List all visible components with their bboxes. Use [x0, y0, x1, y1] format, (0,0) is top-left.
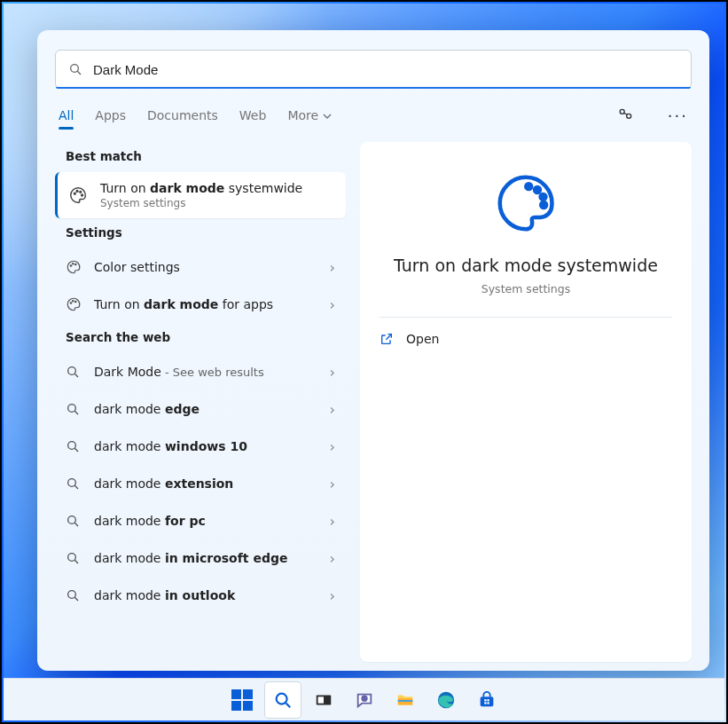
- svg-point-14: [68, 367, 76, 375]
- edge-button[interactable]: [428, 682, 464, 718]
- web-result[interactable]: dark mode extension›: [55, 465, 346, 502]
- svg-point-12: [73, 301, 74, 303]
- svg-line-21: [74, 485, 78, 489]
- svg-rect-43: [484, 702, 486, 704]
- svg-point-5: [76, 191, 78, 193]
- svg-rect-38: [397, 700, 412, 702]
- preview-title: Turn on dark mode systemwide: [380, 256, 672, 275]
- web-result[interactable]: dark mode in outlook›: [55, 577, 346, 614]
- svg-point-32: [276, 693, 286, 704]
- svg-line-33: [286, 703, 290, 707]
- best-match-title: Turn on dark mode systemwide: [100, 181, 302, 195]
- svg-rect-44: [487, 702, 489, 704]
- section-best-match: Best match: [55, 142, 346, 172]
- web-result[interactable]: dark mode in microsoft edge›: [55, 539, 346, 577]
- file-explorer-button[interactable]: [387, 682, 423, 718]
- svg-point-8: [70, 265, 72, 267]
- task-view-button[interactable]: [306, 682, 341, 718]
- chevron-right-icon: ›: [330, 587, 335, 604]
- chevron-right-icon: ›: [330, 259, 335, 276]
- search-icon: [66, 364, 82, 380]
- settings-result-dark-apps[interactable]: Turn on dark mode for apps ›: [55, 286, 346, 323]
- taskbar: [4, 678, 724, 720]
- taskbar-search-button[interactable]: [265, 682, 301, 718]
- settings-result-color[interactable]: Color settings ›: [55, 248, 346, 286]
- svg-rect-40: [480, 696, 493, 706]
- section-settings: Settings: [55, 218, 346, 248]
- svg-line-1: [77, 71, 81, 75]
- section-web: Search the web: [55, 323, 346, 353]
- svg-point-10: [75, 264, 77, 265]
- svg-line-19: [74, 448, 78, 452]
- open-external-icon: [380, 332, 394, 346]
- search-icon: [66, 587, 82, 603]
- windows-logo-icon: [231, 689, 253, 711]
- tab-documents[interactable]: Documents: [147, 103, 218, 128]
- svg-rect-41: [484, 699, 486, 701]
- tab-apps[interactable]: Apps: [95, 103, 126, 128]
- preview-pane: Turn on dark mode systemwide System sett…: [360, 142, 692, 662]
- svg-point-18: [68, 442, 76, 450]
- svg-line-23: [74, 523, 78, 526]
- palette-icon: [68, 185, 88, 205]
- chat-button[interactable]: [347, 682, 382, 718]
- svg-point-7: [82, 194, 83, 196]
- chevron-right-icon: ›: [330, 550, 335, 567]
- svg-point-11: [70, 303, 72, 304]
- best-match-subtitle: System settings: [100, 197, 302, 209]
- svg-rect-42: [487, 699, 489, 701]
- search-icon: [68, 62, 82, 76]
- tabs: All Apps Documents Web More ···: [55, 103, 692, 128]
- preview-icon: [380, 169, 672, 238]
- search-box[interactable]: [55, 50, 692, 89]
- search-input[interactable]: [93, 62, 678, 77]
- svg-line-17: [74, 411, 78, 414]
- chat-icon: [355, 690, 374, 710]
- svg-point-36: [362, 696, 367, 701]
- svg-point-28: [526, 184, 531, 189]
- svg-point-4: [74, 193, 75, 194]
- web-result[interactable]: dark mode windows 10›: [55, 428, 346, 465]
- svg-line-15: [74, 374, 78, 377]
- svg-rect-37: [397, 698, 412, 704]
- palette-icon: [66, 259, 82, 275]
- search-icon: [66, 476, 82, 492]
- svg-point-3: [626, 114, 630, 118]
- svg-point-16: [68, 405, 76, 413]
- tab-all[interactable]: All: [59, 103, 74, 128]
- svg-line-25: [74, 560, 78, 563]
- svg-point-6: [80, 191, 82, 193]
- svg-point-9: [73, 264, 74, 265]
- search-icon: [66, 513, 82, 529]
- svg-point-2: [620, 109, 624, 114]
- svg-point-24: [68, 554, 76, 562]
- chevron-right-icon: ›: [330, 476, 335, 492]
- palette-icon: [66, 296, 82, 312]
- search-icon: [66, 438, 82, 454]
- chevron-right-icon: ›: [330, 364, 335, 381]
- search-panel: All Apps Documents Web More ··· Best mat…: [37, 30, 709, 671]
- chevron-right-icon: ›: [330, 513, 335, 530]
- folder-icon: [395, 690, 415, 710]
- more-options-icon[interactable]: ···: [668, 106, 688, 125]
- chevron-down-icon: [323, 112, 332, 121]
- open-action[interactable]: Open: [380, 332, 672, 346]
- store-button[interactable]: [469, 682, 505, 718]
- best-match-result[interactable]: Turn on dark mode systemwide System sett…: [55, 172, 346, 218]
- tab-more[interactable]: More: [287, 103, 331, 128]
- svg-line-27: [74, 597, 78, 601]
- search-icon: [66, 401, 82, 417]
- svg-point-29: [535, 187, 540, 193]
- web-result[interactable]: Dark Mode - See web results›: [55, 353, 346, 390]
- search-icon: [66, 550, 82, 566]
- svg-point-0: [71, 65, 79, 73]
- svg-point-26: [68, 591, 76, 599]
- web-result[interactable]: dark mode edge›: [55, 390, 346, 428]
- org-search-icon[interactable]: [616, 106, 634, 124]
- results-list: Best match Turn on dark mode systemwide …: [55, 142, 346, 662]
- chevron-right-icon: ›: [330, 296, 335, 313]
- web-result[interactable]: dark mode for pc›: [55, 502, 346, 539]
- start-button[interactable]: [224, 682, 260, 718]
- svg-point-20: [68, 479, 76, 487]
- tab-web[interactable]: Web: [239, 103, 267, 128]
